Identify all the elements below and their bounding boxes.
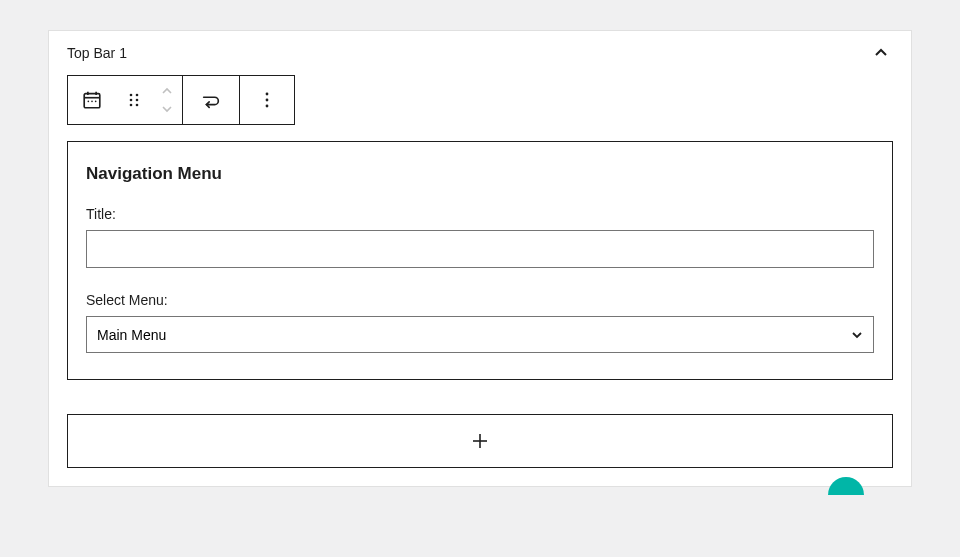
toolbar-group-block <box>68 76 183 124</box>
move-up-button[interactable] <box>152 82 182 100</box>
svg-point-10 <box>136 99 139 102</box>
title-label: Title: <box>86 206 874 222</box>
add-block-button[interactable] <box>67 414 893 468</box>
swap-icon <box>200 90 222 110</box>
toolbar-group-transform <box>183 76 240 124</box>
svg-point-15 <box>266 105 269 108</box>
svg-point-5 <box>91 101 93 103</box>
svg-point-7 <box>130 94 133 97</box>
svg-point-11 <box>130 104 133 107</box>
menu-select-wrap: Main Menu <box>86 316 874 353</box>
block-type-button[interactable] <box>68 76 116 124</box>
svg-point-12 <box>136 104 139 107</box>
block-toolbar-row <box>49 65 911 141</box>
calendar-icon <box>81 89 103 111</box>
plus-icon <box>469 430 491 452</box>
drag-handle-button[interactable] <box>116 76 152 124</box>
svg-point-8 <box>136 94 139 97</box>
panel-title: Top Bar 1 <box>67 45 127 61</box>
select-menu-label: Select Menu: <box>86 292 874 308</box>
svg-point-4 <box>88 101 90 103</box>
widget-heading: Navigation Menu <box>86 164 874 184</box>
svg-point-14 <box>266 99 269 102</box>
block-toolbar <box>67 75 295 125</box>
chevron-up-icon <box>873 45 889 61</box>
menu-select[interactable]: Main Menu <box>86 316 874 353</box>
svg-point-6 <box>95 101 97 103</box>
more-vertical-icon <box>259 90 275 110</box>
svg-point-13 <box>266 93 269 96</box>
toolbar-group-more <box>240 76 294 124</box>
collapse-toggle[interactable] <box>869 41 893 65</box>
chevron-up-icon <box>161 86 173 96</box>
move-up-down <box>152 76 182 124</box>
transform-button[interactable] <box>183 76 239 124</box>
title-input[interactable] <box>86 230 874 268</box>
panel-header: Top Bar 1 <box>49 31 911 65</box>
move-down-button[interactable] <box>152 100 182 118</box>
chevron-down-icon <box>161 104 173 114</box>
drag-handle-icon <box>126 92 142 108</box>
more-options-button[interactable] <box>240 76 294 124</box>
svg-point-9 <box>130 99 133 102</box>
widget-area-panel: Top Bar 1 <box>48 30 912 487</box>
navigation-menu-block: Navigation Menu Title: Select Menu: Main… <box>67 141 893 380</box>
